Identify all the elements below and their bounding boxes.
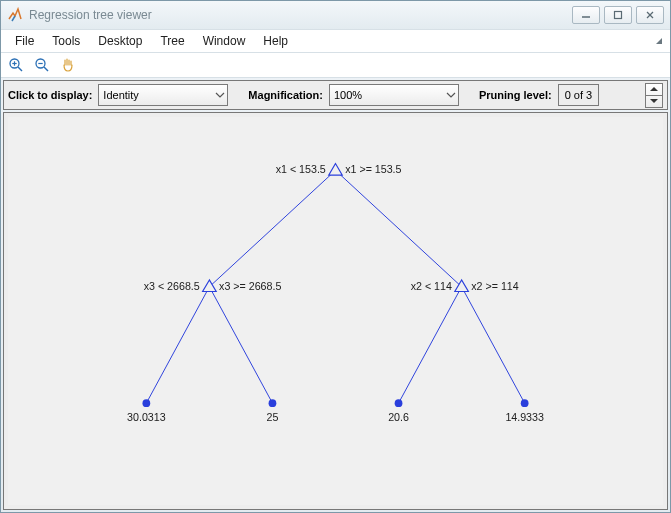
chevron-down-icon: [215, 90, 225, 100]
split-node[interactable]: [203, 280, 217, 292]
tree-edge: [462, 287, 525, 403]
tree-edge: [336, 170, 462, 286]
split-left-label: x2 < 114: [411, 280, 452, 292]
tree-canvas[interactable]: x1 < 153.5x1 >= 153.5x3 < 2668.5x3 >= 26…: [8, 117, 663, 505]
zoom-in-icon: [8, 57, 24, 73]
magnification-combo[interactable]: 100%: [329, 84, 459, 106]
split-right-label: x3 >= 2668.5: [219, 280, 281, 292]
close-icon: [645, 10, 655, 20]
pruning-up-button[interactable]: [646, 84, 662, 95]
menu-desktop[interactable]: Desktop: [90, 32, 150, 50]
pruning-down-button[interactable]: [646, 95, 662, 107]
split-right-label: x1 >= 153.5: [345, 163, 401, 175]
svg-rect-1: [615, 12, 622, 19]
titlebar: Regression tree viewer: [1, 1, 670, 29]
leaf-value: 30.0313: [127, 411, 166, 423]
control-bar: Click to display: Identity Magnification…: [3, 80, 668, 110]
menu-file[interactable]: File: [7, 32, 42, 50]
tree-canvas-frame: x1 < 153.5x1 >= 153.5x3 < 2668.5x3 >= 26…: [3, 112, 668, 510]
display-combo[interactable]: Identity: [98, 84, 228, 106]
split-left-label: x1 < 153.5: [276, 163, 326, 175]
app-window: Regression tree viewer File Tools Deskto…: [0, 0, 671, 513]
magnification-label: Magnification:: [248, 89, 323, 101]
chevron-down-icon: [446, 90, 456, 100]
svg-line-5: [18, 67, 22, 71]
leaf-node[interactable]: [142, 399, 150, 407]
leaf-value: 20.6: [388, 411, 409, 423]
leaf-node[interactable]: [395, 399, 403, 407]
pruning-value: 0 of 3: [558, 84, 600, 106]
split-right-label: x2 >= 114: [471, 280, 518, 292]
dock-icon[interactable]: [654, 36, 664, 46]
pan-icon: [60, 57, 76, 73]
zoom-in-button[interactable]: [7, 56, 25, 74]
pan-button[interactable]: [59, 56, 77, 74]
menubar: File Tools Desktop Tree Window Help: [1, 29, 670, 53]
matlab-icon: [7, 7, 23, 23]
leaf-node[interactable]: [521, 399, 529, 407]
zoom-out-icon: [34, 57, 50, 73]
leaf-value: 14.9333: [505, 411, 544, 423]
magnification-value: 100%: [334, 89, 362, 101]
display-label: Click to display:: [8, 89, 92, 101]
split-left-label: x3 < 2668.5: [144, 280, 200, 292]
leaf-node[interactable]: [269, 399, 277, 407]
display-value: Identity: [103, 89, 138, 101]
tree-edge: [146, 287, 209, 403]
maximize-button[interactable]: [604, 6, 632, 24]
tree-edge: [209, 170, 335, 286]
menu-window[interactable]: Window: [195, 32, 254, 50]
split-node[interactable]: [455, 280, 469, 292]
menu-help[interactable]: Help: [255, 32, 296, 50]
zoom-out-button[interactable]: [33, 56, 51, 74]
pruning-spinner: [645, 83, 663, 108]
svg-line-9: [44, 67, 48, 71]
tree-edge: [209, 287, 272, 403]
window-title: Regression tree viewer: [29, 8, 572, 22]
window-buttons: [572, 6, 664, 24]
toolbar: [1, 53, 670, 78]
pruning-label: Pruning level:: [479, 89, 552, 101]
maximize-icon: [613, 10, 623, 20]
menu-tools[interactable]: Tools: [44, 32, 88, 50]
split-node[interactable]: [329, 164, 343, 176]
close-button[interactable]: [636, 6, 664, 24]
menu-tree[interactable]: Tree: [152, 32, 192, 50]
minimize-button[interactable]: [572, 6, 600, 24]
minimize-icon: [581, 10, 591, 20]
tree-edge: [399, 287, 462, 403]
leaf-value: 25: [267, 411, 279, 423]
